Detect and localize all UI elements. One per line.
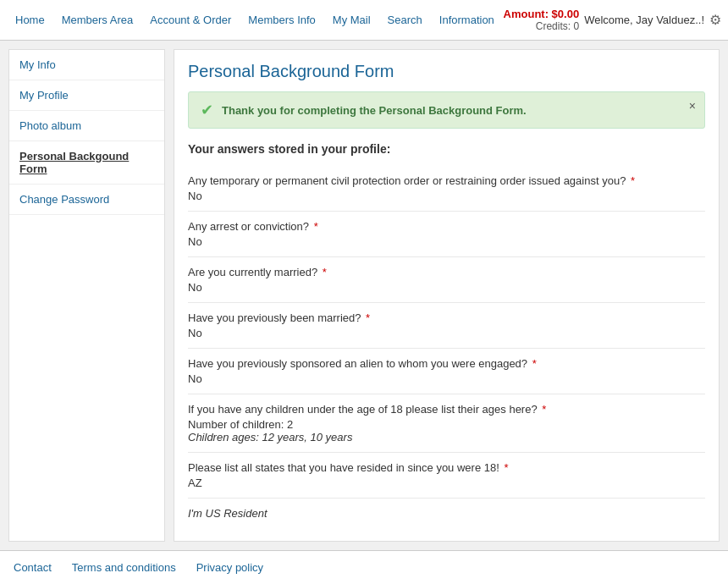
sidebar-item-my-info[interactable]: My Info (9, 50, 164, 80)
answer-text-q7: AZ (188, 477, 705, 489)
required-indicator: * (529, 357, 537, 370)
required-indicator: * (311, 220, 318, 233)
nav-item-my-mail[interactable]: My Mail (324, 2, 379, 38)
check-circle-icon: ✔ (201, 101, 213, 119)
nav-right: Amount: $0.00 Credits: 0 Welcome, Jay Va… (504, 8, 721, 32)
qa-block-q8: I'm US Resident (188, 499, 705, 528)
qa-block-q5: Have you previously sponsored an alien t… (188, 349, 705, 394)
qa-block-q2: Any arrest or conviction? *No (188, 212, 705, 257)
sidebar-item-photo-album[interactable]: Photo album (9, 111, 164, 141)
amount-display: Amount: $0.00 (504, 8, 580, 20)
question-text-q4: Have you previously been married? * (188, 311, 705, 324)
question-text-q6: If you have any children under the age o… (188, 403, 705, 416)
qa-block-q3: Are you currently married? *No (188, 257, 705, 303)
success-banner: ✔ Thank you for completing the Personal … (188, 91, 705, 129)
footer-link-terms[interactable]: Terms and conditions (72, 561, 176, 574)
answer-text-q3: No (188, 281, 705, 294)
welcome-message: Welcome, Jay Valduez..! (584, 14, 704, 26)
nav-links: HomeMembers AreaAccount & OrderMembers I… (7, 2, 504, 38)
credits-display: Credits: 0 (536, 20, 579, 32)
sidebar-item-personal-background-form[interactable]: Personal Backgound Form (9, 141, 164, 185)
required-indicator: * (627, 174, 635, 187)
answer-text-q2: No (188, 235, 705, 248)
nav-item-information[interactable]: Information (431, 2, 503, 38)
question-text-q7: Please list all states that you have res… (188, 461, 705, 474)
question-text-q2: Any arrest or conviction? * (188, 220, 705, 233)
page-title: Personal Background Form (188, 62, 705, 81)
answer-text-q1: No (188, 190, 705, 202)
sidebar-item-change-password[interactable]: Change Password (9, 185, 164, 215)
qa-block-q7: Please list all states that you have res… (188, 453, 705, 499)
footer: ContactTerms and conditionsPrivacy polic… (0, 550, 728, 584)
main-wrapper: My InfoMy ProfilePhoto albumPersonal Bac… (0, 41, 728, 550)
footer-link-privacy[interactable]: Privacy policy (196, 561, 263, 574)
settings-icon[interactable]: ⚙ (709, 12, 721, 28)
success-message: Thank you for completing the Personal Ba… (222, 104, 527, 117)
footer-link-contact[interactable]: Contact (14, 561, 52, 574)
answer-text-q8: I'm US Resident (188, 507, 705, 520)
qa-block-q4: Have you previously been married? *No (188, 303, 705, 349)
answer-text-q6: Number of children: 2 (188, 418, 705, 431)
question-text-q5: Have you previously sponsored an alien t… (188, 357, 705, 370)
nav-item-members-info[interactable]: Members Info (240, 2, 323, 38)
close-banner-button[interactable]: × (689, 99, 696, 113)
question-text-q3: Are you currently married? * (188, 266, 705, 278)
required-indicator: * (539, 403, 547, 416)
nav-item-search[interactable]: Search (379, 2, 431, 38)
required-indicator: * (319, 266, 327, 278)
required-indicator: * (363, 311, 371, 324)
qa-container: Any temporary or permanent civil protect… (188, 166, 705, 528)
question-text-q1: Any temporary or permanent civil protect… (188, 174, 705, 187)
nav-item-members-area[interactable]: Members Area (53, 2, 142, 38)
required-indicator: * (501, 461, 509, 474)
sidebar: My InfoMy ProfilePhoto albumPersonal Bac… (8, 49, 165, 542)
qa-block-q6: If you have any children under the age o… (188, 394, 705, 453)
qa-block-q1: Any temporary or permanent civil protect… (188, 166, 705, 212)
sidebar-item-my-profile[interactable]: My Profile (9, 80, 164, 111)
main-content: Personal Background Form ✔ Thank you for… (174, 49, 720, 542)
answer-sub-q6: Children ages: 12 years, 10 years (188, 431, 705, 444)
answer-text-q4: No (188, 327, 705, 339)
top-navigation: HomeMembers AreaAccount & OrderMembers I… (0, 0, 728, 41)
nav-item-home[interactable]: Home (7, 2, 53, 38)
answers-heading: Your answers stored in your profile: (188, 142, 705, 156)
nav-item-account-order[interactable]: Account & Order (141, 2, 240, 38)
answer-text-q5: No (188, 372, 705, 385)
